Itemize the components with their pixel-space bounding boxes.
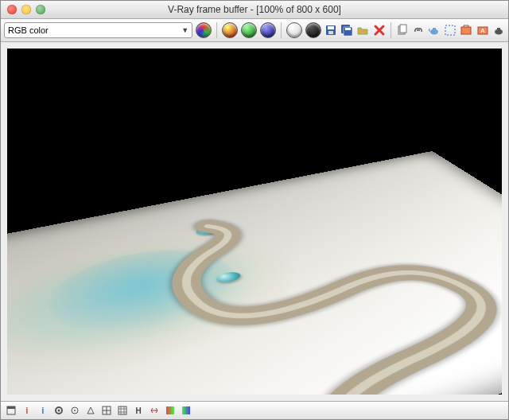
save-icon [324,24,337,37]
levels-icon[interactable] [85,405,96,416]
swatch-green-button[interactable] [241,22,257,38]
save-all-button[interactable] [340,22,353,38]
channel-select-label: RGB color [8,25,49,35]
window-controls [1,5,45,14]
blue-swatch-icon [260,22,276,38]
h-letter-icon[interactable]: H [133,405,144,416]
toolbar: RGB color ▼ [1,19,508,42]
link-icon [412,24,425,37]
compare-icon[interactable] [149,405,160,416]
grid-b-icon[interactable] [117,405,128,416]
copy-icon [396,24,409,37]
svg-point-21 [74,410,76,411]
viewport [1,42,508,401]
target-icon[interactable] [69,405,80,416]
swatch-rgb-button[interactable] [196,22,212,38]
swatch-white-button[interactable] [286,22,302,38]
app-window: V-Ray frame buffer - [100% of 800 x 600]… [0,0,509,420]
swatch-blue-button[interactable] [260,22,276,38]
window-title: V-Ray frame buffer - [100% of 800 x 600] [1,4,508,15]
history-b-icon: A [476,24,489,37]
separator [390,22,391,38]
history-a-icon [460,24,472,37]
svg-rect-2 [328,31,333,34]
region-button[interactable] [444,22,457,38]
save-button[interactable] [324,22,337,38]
clear-icon [373,24,386,37]
grid-a-icon[interactable] [101,405,112,416]
history-b-button[interactable]: A [476,22,489,38]
svg-rect-23 [119,406,126,414]
svg-rect-5 [345,28,351,30]
svg-rect-17 [7,406,15,409]
open-icon [356,24,369,37]
channel-select[interactable]: RGB color ▼ [4,22,192,38]
color-b-icon[interactable] [181,405,192,416]
copy-button[interactable] [395,22,408,38]
teapot-icon [428,24,441,37]
red-swatch-icon [222,22,238,38]
info-blue-icon[interactable]: i [37,405,49,416]
svg-rect-7 [400,25,406,33]
titlebar: V-Ray frame buffer - [100% of 800 x 600] [1,1,508,19]
svg-rect-11 [461,27,471,34]
svg-rect-15 [497,28,500,30]
swatch-red-button[interactable] [222,22,238,38]
chevron-down-icon: ▼ [181,26,188,34]
color-a-icon[interactable] [165,405,176,416]
render-button[interactable] [428,22,441,38]
region-icon [444,24,457,37]
minimize-icon[interactable] [21,5,31,14]
gear-icon[interactable] [53,405,64,416]
svg-rect-1 [328,26,334,29]
clear-button[interactable] [372,22,385,38]
ground-plane [7,151,502,395]
separator [216,22,217,38]
swatch-black-button[interactable] [305,22,321,38]
separator [281,22,282,38]
svg-text:A: A [480,27,485,34]
close-icon[interactable] [7,5,17,14]
teapot2-button[interactable] [492,22,505,38]
new-window-icon[interactable] [6,405,17,416]
save-all-icon [340,24,353,37]
zoom-icon[interactable] [36,5,45,14]
info-red-icon[interactable]: i [21,405,33,416]
statusbar: i i H [1,401,508,419]
svg-rect-9 [433,28,436,30]
link-button[interactable] [412,22,425,38]
history-a-button[interactable] [460,22,472,38]
black-swatch-icon [305,22,321,38]
paste-tube [7,151,502,395]
svg-point-19 [58,410,60,412]
open-button[interactable] [356,22,369,38]
green-swatch-icon [241,22,257,38]
white-swatch-icon [286,22,302,38]
render-output[interactable] [7,49,502,395]
svg-rect-10 [445,25,455,35]
rgb-swatch-icon [196,22,212,38]
teapot2-icon [492,24,505,37]
